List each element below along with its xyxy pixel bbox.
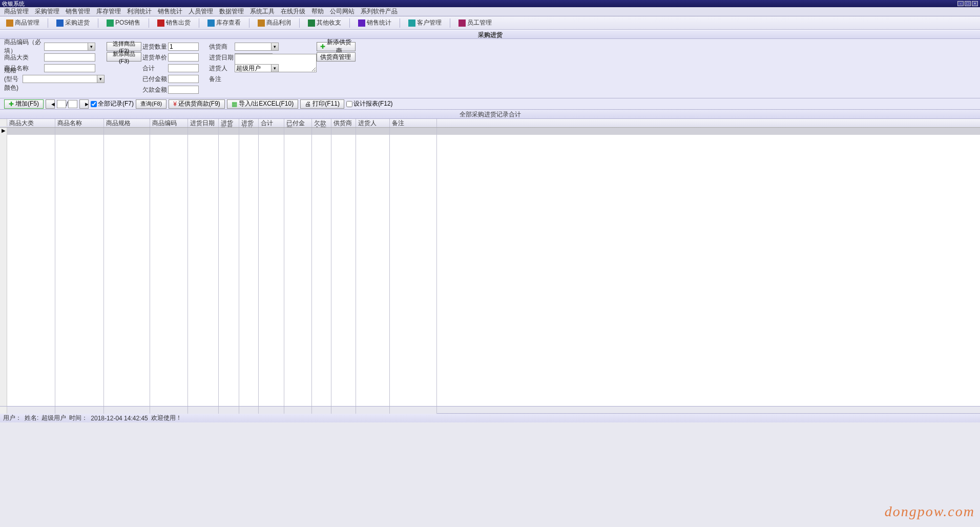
- col-header[interactable]: 进货单价: [239, 119, 259, 127]
- tb-customer[interactable]: 客户管理: [405, 17, 445, 28]
- input-cat[interactable]: [44, 53, 95, 62]
- menu-item[interactable]: 系列软件产品: [358, 7, 401, 16]
- tb-stock[interactable]: 库存查看: [204, 17, 244, 28]
- menu-item[interactable]: 库存管理: [93, 7, 124, 16]
- status-time-value: 2018-12-04 14:42:45: [91, 415, 148, 422]
- product-icon: [6, 19, 13, 27]
- staff-icon: [458, 19, 466, 27]
- menubar: 商品管理 采购管理 销售管理 库存管理 利润统计 销售统计 人员管理 数据管理 …: [0, 7, 980, 16]
- pos-icon: [107, 19, 114, 27]
- tb-purchase[interactable]: 采购进货: [53, 17, 93, 28]
- menu-item[interactable]: 系统工具: [247, 7, 278, 16]
- input-name[interactable]: [44, 64, 95, 72]
- btn-new-supplier[interactable]: ✚新添供货商: [317, 42, 356, 51]
- col-header[interactable]: 进货日期: [188, 119, 219, 127]
- col-header[interactable]: 欠款金额: [312, 119, 331, 127]
- col-header[interactable]: 商品规格: [104, 119, 150, 127]
- input-paid[interactable]: [168, 75, 199, 83]
- input-total[interactable]: [168, 64, 199, 72]
- menu-item[interactable]: 公司网站: [327, 7, 358, 16]
- input-page[interactable]: [57, 100, 66, 108]
- btn-add[interactable]: ✚增加(F5): [4, 99, 44, 109]
- tb-staff[interactable]: 员工管理: [455, 17, 495, 28]
- label-date: 进货日期: [209, 53, 235, 62]
- menu-item[interactable]: 人员管理: [185, 7, 216, 16]
- plus-icon: ✚: [9, 100, 14, 108]
- btn-print[interactable]: 🖨打印(F11): [300, 99, 344, 109]
- menu-item[interactable]: 在线升级: [278, 7, 308, 16]
- label-person: 进货人: [209, 64, 235, 73]
- btn-nav-next[interactable]: ►: [79, 99, 89, 109]
- input-page-total[interactable]: [68, 100, 77, 108]
- statusbar: 用户： 姓名: 超级用户 时间： 2018-12-04 14:42:45 欢迎使…: [0, 413, 980, 422]
- section-header-records: 全部采购进货记录合计: [0, 110, 980, 119]
- dropdown-icon[interactable]: ▾: [97, 75, 104, 83]
- window-title: 收银系统: [2, 0, 957, 8]
- col-header[interactable]: 供货商: [331, 119, 356, 127]
- grid-sum-row: [0, 406, 980, 413]
- tb-sale[interactable]: 销售出货: [154, 17, 194, 28]
- money-icon: ¥: [173, 100, 177, 108]
- col-header[interactable]: 商品编码: [150, 119, 188, 127]
- col-header[interactable]: 已付金额: [284, 119, 312, 127]
- minimize-button[interactable]: -: [957, 1, 964, 6]
- menu-item[interactable]: 采购管理: [32, 7, 62, 16]
- label-total: 合计: [142, 64, 168, 73]
- col-header[interactable]: 备注: [390, 119, 437, 127]
- label-owe: 欠款金额: [142, 86, 168, 94]
- btn-supplier-mgr[interactable]: 供货商管理: [317, 52, 356, 62]
- grid[interactable]: 商品大类 商品名称 商品规格 商品编码 进货日期 进货数量 进货单价 合计 已付…: [0, 119, 980, 406]
- tb-other[interactable]: 其他收支: [305, 17, 344, 28]
- menu-item[interactable]: 商品管理: [1, 7, 32, 16]
- section-header-purchase: 采购进货: [0, 30, 980, 39]
- status-welcome: 欢迎使用！: [151, 414, 182, 422]
- chk-all-records[interactable]: 全部记录(F7): [91, 99, 134, 108]
- btn-query[interactable]: 查询(F8): [136, 99, 166, 109]
- menu-item[interactable]: 利润统计: [124, 7, 155, 16]
- label-qty: 进货数量: [142, 43, 168, 51]
- label-cat: 商品大类: [4, 53, 44, 62]
- col-header[interactable]: 合计: [259, 119, 284, 127]
- close-button[interactable]: ×: [972, 1, 978, 6]
- input-spec[interactable]: [23, 75, 105, 83]
- label-price: 进货单价: [142, 53, 168, 62]
- btn-excel[interactable]: ▦导入/出EXCEL(F10): [227, 99, 298, 109]
- plus-icon: ✚: [320, 43, 325, 50]
- toolbar: 商品管理 采购进货 POS销售 销售出货 库存查看 商品利润 其他收支 销售统计…: [0, 16, 980, 30]
- menu-item[interactable]: 数据管理: [216, 7, 247, 16]
- input-qty[interactable]: [168, 43, 199, 51]
- purchase-icon: [56, 19, 64, 27]
- btn-nav-prev[interactable]: ◄: [46, 99, 55, 109]
- menu-item[interactable]: 销售管理: [62, 7, 93, 16]
- tb-profit[interactable]: 商品利润: [255, 17, 294, 28]
- other-icon: [308, 19, 315, 27]
- tb-stats[interactable]: 销售统计: [355, 17, 394, 28]
- col-header[interactable]: 进货数量: [219, 119, 239, 127]
- dropdown-icon[interactable]: ▾: [271, 43, 278, 50]
- dropdown-icon[interactable]: ▾: [88, 43, 95, 50]
- grid-current-row[interactable]: ▶: [0, 128, 980, 135]
- sale-icon: [157, 19, 164, 27]
- tb-product[interactable]: 商品管理: [3, 17, 43, 28]
- status-user-label: 用户：: [3, 414, 22, 422]
- input-price[interactable]: [168, 53, 199, 62]
- status-name-value: 超级用户: [41, 414, 66, 422]
- col-header[interactable]: 商品大类: [7, 119, 55, 127]
- maximize-button[interactable]: □: [965, 1, 971, 6]
- dropdown-icon[interactable]: ▾: [271, 65, 278, 72]
- menu-item[interactable]: 帮助: [308, 7, 327, 16]
- customer-icon: [408, 19, 415, 27]
- btn-repay[interactable]: ¥还供货商款(F9): [169, 99, 225, 109]
- stock-icon: [207, 19, 215, 27]
- menu-item[interactable]: 销售统计: [155, 7, 185, 16]
- chk-design[interactable]: 设计报表(F12): [346, 99, 393, 108]
- status-time-label: 时间：: [69, 414, 88, 422]
- btn-new-product[interactable]: 新添商品(F3): [107, 52, 141, 62]
- col-header[interactable]: 进货人: [356, 119, 390, 127]
- label-spec: 规格(型号颜色): [4, 66, 23, 92]
- col-header[interactable]: 商品名称: [55, 119, 104, 127]
- print-icon: 🖨: [305, 100, 311, 108]
- label-supplier: 供货商: [209, 43, 235, 51]
- tb-pos[interactable]: POS销售: [103, 17, 143, 28]
- input-owe[interactable]: [168, 86, 199, 94]
